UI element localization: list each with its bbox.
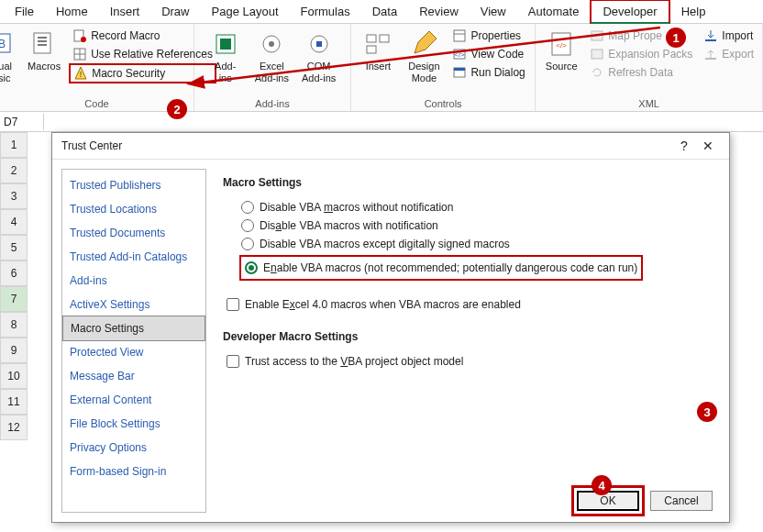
view-code-button[interactable]: </> View Code	[449, 46, 527, 62]
svg-rect-34	[705, 58, 716, 60]
com-addins-icon	[304, 29, 334, 59]
dialog-main: Macro Settings Disable VBA macros withou…	[206, 160, 729, 522]
nav-item-trusted-add-in-catalogs[interactable]: Trusted Add-in Catalogs	[62, 245, 205, 269]
expansion-packs-button[interactable]: Expansion Packs	[587, 46, 695, 62]
source-button[interactable]: </> Source	[541, 28, 581, 74]
com-addins-button[interactable]: COMAdd-ins	[298, 28, 339, 86]
tab-formulas[interactable]: Formulas	[290, 1, 361, 22]
svg-rect-18	[316, 41, 322, 47]
badge-4: 4	[592, 475, 612, 495]
nav-item-activex-settings[interactable]: ActiveX Settings	[62, 293, 205, 316]
svg-text:</>: </>	[455, 50, 466, 59]
nav-item-file-block-settings[interactable]: File Block Settings	[62, 412, 205, 436]
section-macro-settings: Macro Settings	[223, 176, 713, 189]
group-label-addins: Add-ins	[255, 98, 289, 109]
svg-text:VB: VB	[0, 38, 6, 50]
row-header[interactable]: 2	[0, 158, 28, 183]
check-trust-vba-project[interactable]: Trust access to the VBA project object m…	[223, 352, 713, 371]
section-developer-macro-settings: Developer Macro Settings	[223, 330, 713, 343]
visual-basic-button[interactable]: VB VisualBasic	[0, 28, 18, 86]
run-dialog-button[interactable]: Run Dialog	[449, 64, 527, 81]
row-header[interactable]: 9	[0, 338, 28, 363]
addins-button[interactable]: Add-ins	[205, 28, 246, 86]
tab-home[interactable]: Home	[45, 1, 99, 22]
controls-icon	[363, 29, 393, 59]
row-header[interactable]: 1	[0, 132, 28, 158]
tab-insert[interactable]: Insert	[99, 1, 151, 22]
tab-review[interactable]: Review	[408, 1, 470, 22]
design-mode-button[interactable]: DesignMode	[404, 28, 444, 86]
macros-button[interactable]: Macros	[24, 28, 64, 74]
tab-help[interactable]: Help	[670, 1, 717, 22]
expansion-packs-icon	[590, 47, 604, 61]
radio-enable-vba-macros[interactable]: Enable VBA macros (not recommended; pote…	[243, 259, 639, 277]
export-button[interactable]: Export	[701, 46, 757, 62]
badge-1: 1	[666, 28, 686, 48]
row-header[interactable]: 6	[0, 260, 28, 286]
row-header[interactable]: 3	[0, 183, 28, 209]
tab-data[interactable]: Data	[361, 1, 408, 22]
nav-item-message-bar[interactable]: Message Bar	[62, 364, 205, 388]
help-button[interactable]: ?	[672, 139, 696, 153]
row-header[interactable]: 8	[0, 312, 28, 338]
radio-disable-no-notif[interactable]: Disable VBA macros without notification	[239, 198, 713, 216]
radio-disable-with-notif[interactable]: Disable VBA macros with notification	[239, 216, 713, 235]
name-box[interactable]: D7	[0, 114, 44, 130]
export-icon	[703, 47, 718, 61]
row-header[interactable]: 11	[0, 389, 28, 415]
check-enable-excel4-macros[interactable]: Enable Excel 4.0 macros when VBA macros …	[223, 295, 713, 314]
tab-developer[interactable]: Developer	[590, 0, 669, 24]
close-button[interactable]: ✕	[696, 139, 720, 153]
nav-item-trusted-publishers[interactable]: Trusted Publishers	[62, 173, 205, 197]
insert-controls-button[interactable]: Insert	[358, 28, 398, 74]
properties-icon	[452, 28, 467, 43]
dialog-nav: Trusted PublishersTrusted LocationsTrust…	[61, 169, 206, 513]
ribbon-tabs: File Home Insert Draw Page Layout Formul…	[0, 0, 763, 24]
run-dialog-icon	[452, 65, 467, 80]
nav-item-privacy-options[interactable]: Privacy Options	[62, 436, 205, 460]
group-code: VB VisualBasic Macros Record Macro Use R…	[0, 24, 194, 111]
row-header[interactable]: 5	[0, 235, 28, 260]
view-code-icon: </>	[452, 47, 467, 61]
map-properties-icon	[590, 28, 604, 43]
nav-item-external-content[interactable]: External Content	[62, 388, 205, 412]
properties-button[interactable]: Properties	[449, 28, 527, 44]
nav-item-form-based-sign-in[interactable]: Form-based Sign-in	[62, 460, 205, 483]
tab-automate[interactable]: Automate	[517, 1, 591, 22]
formula-bar-row: D7	[0, 112, 763, 132]
row-header[interactable]: 12	[0, 415, 28, 440]
cancel-button[interactable]: Cancel	[650, 491, 713, 511]
radio-disable-except-signed[interactable]: Disable VBA macros except digitally sign…	[239, 235, 713, 253]
ok-button[interactable]: OK	[577, 491, 639, 511]
tab-file[interactable]: File	[4, 1, 45, 22]
svg-marker-22	[415, 31, 437, 53]
svg-point-7	[81, 37, 86, 42]
nav-item-add-ins[interactable]: Add-ins	[62, 269, 205, 293]
addins-icon	[211, 29, 240, 59]
refresh-data-button[interactable]: Refresh Data	[587, 64, 695, 81]
dialog-titlebar: Trust Center ? ✕	[52, 133, 729, 159]
nav-item-macro-settings[interactable]: Macro Settings	[62, 316, 205, 341]
svg-rect-3	[38, 37, 47, 39]
svg-rect-32	[592, 50, 603, 59]
excel-addins-button[interactable]: ExcelAdd-ins	[251, 28, 293, 86]
badge-3: 3	[697, 402, 717, 422]
import-button[interactable]: Import	[701, 28, 757, 44]
group-xml: </> Source Map Prope Expansion Packs Ref…	[536, 24, 763, 111]
group-label-xml: XML	[638, 98, 659, 109]
grid-icon	[72, 47, 87, 61]
nav-item-protected-view[interactable]: Protected View	[62, 340, 205, 364]
row-header[interactable]: 10	[0, 363, 28, 389]
svg-rect-33	[705, 39, 716, 41]
row-header[interactable]: 7	[0, 286, 28, 312]
gear-icon	[257, 29, 286, 59]
nav-item-trusted-documents[interactable]: Trusted Documents	[62, 221, 205, 245]
svg-rect-21	[367, 46, 376, 53]
badge-2: 2	[167, 99, 187, 119]
nav-item-trusted-locations[interactable]: Trusted Locations	[62, 197, 205, 221]
tab-page-layout[interactable]: Page Layout	[201, 1, 290, 22]
row-header[interactable]: 4	[0, 209, 28, 235]
group-controls: Insert DesignMode Properties </> View Co…	[351, 24, 536, 111]
tab-view[interactable]: View	[470, 1, 517, 22]
tab-draw[interactable]: Draw	[150, 1, 200, 22]
